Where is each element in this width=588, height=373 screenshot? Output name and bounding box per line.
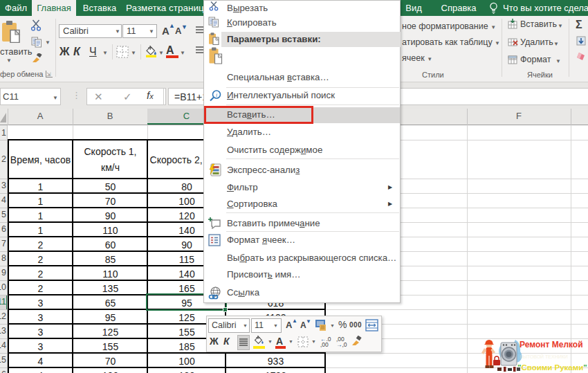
svg-text:БЫТОВОЙ ТЕХНИКИ: БЫТОВОЙ ТЕХНИКИ bbox=[520, 354, 568, 359]
svg-text:Ремонт Мелкой: Ремонт Мелкой bbox=[520, 340, 583, 349]
svg-text:i: i bbox=[216, 92, 217, 98]
svg-text:"Своими Руками": "Своими Руками" bbox=[517, 363, 587, 372]
